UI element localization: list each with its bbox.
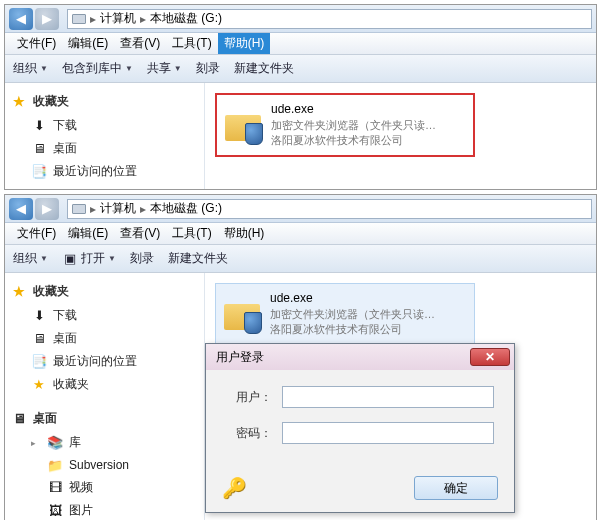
- toolbar: 组织▼ 包含到库中▼ 共享▼ 刻录 新建文件夹: [5, 55, 596, 83]
- chevron-right-icon: ▸: [90, 12, 96, 26]
- toolbar-organize[interactable]: 组织▼: [13, 60, 48, 77]
- toolbar-share[interactable]: 共享▼: [147, 60, 182, 77]
- file-icon: [223, 105, 263, 145]
- file-desc: 加密文件夹浏览器（文件夹只读…: [271, 118, 436, 133]
- shield-icon: [244, 312, 262, 334]
- file-company: 洛阳夏冰软件技术有限公司: [271, 133, 436, 148]
- sidebar-item-recent[interactable]: 📑最近访问的位置: [9, 350, 200, 373]
- back-button[interactable]: ◀: [9, 8, 33, 30]
- sidebar: ★收藏夹 ⬇下载 🖥桌面 📑最近访问的位置: [5, 83, 205, 189]
- open-icon: ▣: [62, 251, 78, 267]
- sidebar-item-downloads[interactable]: ⬇下载: [9, 114, 200, 137]
- toolbar-open[interactable]: ▣打开▼: [62, 250, 116, 267]
- desktop-icon: 🖥: [31, 331, 47, 347]
- menu-tools[interactable]: 工具(T): [166, 223, 217, 244]
- library-icon: 📚: [47, 435, 63, 451]
- breadcrumb-drive[interactable]: 本地磁盘 (G:): [150, 10, 222, 27]
- sidebar-item-desktop[interactable]: 🖥桌面: [9, 327, 200, 350]
- menu-help[interactable]: 帮助(H): [218, 223, 271, 244]
- close-button[interactable]: ✕: [470, 348, 510, 366]
- dialog-title: 用户登录: [216, 349, 264, 366]
- explorer-window-2: ◀ ▶ ▸ 计算机 ▸ 本地磁盘 (G:) 文件(F) 编辑(E) 查看(V) …: [4, 194, 597, 520]
- breadcrumb-drive[interactable]: 本地磁盘 (G:): [150, 200, 222, 217]
- desktop-icon: 🖥: [31, 141, 47, 157]
- chevron-right-icon: ▸: [140, 202, 146, 216]
- address-bar[interactable]: ▸ 计算机 ▸ 本地磁盘 (G:): [67, 199, 592, 219]
- video-icon: 🎞: [47, 480, 63, 496]
- picture-icon: 🖼: [47, 503, 63, 519]
- chevron-down-icon: ▼: [174, 64, 182, 73]
- chevron-right-icon: ▸: [90, 202, 96, 216]
- explorer-window-1: ◀ ▶ ▸ 计算机 ▸ 本地磁盘 (G:) 文件(F) 编辑(E) 查看(V) …: [4, 4, 597, 190]
- toolbar-newfolder[interactable]: 新建文件夹: [234, 60, 294, 77]
- user-input[interactable]: [282, 386, 494, 408]
- user-label: 用户：: [226, 389, 272, 406]
- star-icon: ★: [11, 284, 27, 300]
- sidebar-item-favorites[interactable]: ★收藏夹: [9, 373, 200, 396]
- star-icon: ★: [11, 94, 27, 110]
- forward-button[interactable]: ▶: [35, 198, 59, 220]
- file-name: ude.exe: [270, 290, 435, 307]
- sidebar-favorites-header[interactable]: ★收藏夹: [9, 89, 200, 114]
- sidebar-item-desktop[interactable]: 🖥桌面: [9, 137, 200, 160]
- login-dialog: 用户登录 ✕ 用户： 密码： 🔑 确定: [205, 343, 515, 513]
- chevron-down-icon: ▼: [40, 254, 48, 263]
- sidebar-favorites-header[interactable]: ★收藏夹: [9, 279, 200, 304]
- toolbar-organize[interactable]: 组织▼: [13, 250, 48, 267]
- password-label: 密码：: [226, 425, 272, 442]
- toolbar-newfolder[interactable]: 新建文件夹: [168, 250, 228, 267]
- file-icon: [222, 294, 262, 334]
- shield-icon: [245, 123, 263, 145]
- file-company: 洛阳夏冰软件技术有限公司: [270, 322, 435, 337]
- menu-view[interactable]: 查看(V): [114, 223, 166, 244]
- recent-icon: 📑: [31, 354, 47, 370]
- menu-file[interactable]: 文件(F): [11, 223, 62, 244]
- chevron-down-icon: ▼: [125, 64, 133, 73]
- sidebar-item-pictures[interactable]: 🖼图片: [9, 499, 200, 520]
- toolbar-burn[interactable]: 刻录: [130, 250, 154, 267]
- menu-view[interactable]: 查看(V): [114, 33, 166, 54]
- sidebar-item-videos[interactable]: 🎞视频: [9, 476, 200, 499]
- file-name: ude.exe: [271, 101, 436, 118]
- menubar: 文件(F) 编辑(E) 查看(V) 工具(T) 帮助(H): [5, 223, 596, 245]
- key-icon: 🔑: [222, 476, 247, 500]
- forward-button[interactable]: ▶: [35, 8, 59, 30]
- ok-button[interactable]: 确定: [414, 476, 498, 500]
- back-button[interactable]: ◀: [9, 198, 33, 220]
- chevron-down-icon: ▼: [40, 64, 48, 73]
- star-icon: ★: [31, 377, 47, 393]
- sidebar-item-library[interactable]: ▸📚库: [9, 431, 200, 454]
- password-input[interactable]: [282, 422, 494, 444]
- menu-help[interactable]: 帮助(H): [218, 33, 271, 54]
- sidebar-item-subversion[interactable]: 📁Subversion: [9, 454, 200, 476]
- file-item-ude[interactable]: ude.exe 加密文件夹浏览器（文件夹只读… 洛阳夏冰软件技术有限公司: [215, 93, 475, 157]
- breadcrumb-computer[interactable]: 计算机: [100, 200, 136, 217]
- close-icon: ✕: [485, 350, 495, 364]
- sidebar-item-downloads[interactable]: ⬇下载: [9, 304, 200, 327]
- chevron-down-icon: ▼: [108, 254, 116, 263]
- toolbar-burn[interactable]: 刻录: [196, 60, 220, 77]
- address-bar[interactable]: ▸ 计算机 ▸ 本地磁盘 (G:): [67, 9, 592, 29]
- file-item-ude[interactable]: ude.exe 加密文件夹浏览器（文件夹只读… 洛阳夏冰软件技术有限公司: [215, 283, 475, 345]
- sidebar-item-recent[interactable]: 📑最近访问的位置: [9, 160, 200, 183]
- titlebar: ◀ ▶ ▸ 计算机 ▸ 本地磁盘 (G:): [5, 195, 596, 223]
- breadcrumb-computer[interactable]: 计算机: [100, 10, 136, 27]
- menu-edit[interactable]: 编辑(E): [62, 223, 114, 244]
- folder-icon: 📁: [47, 457, 63, 473]
- caret-icon: ▸: [31, 438, 41, 448]
- desktop-icon: 🖥: [11, 411, 27, 427]
- file-pane: ude.exe 加密文件夹浏览器（文件夹只读… 洛阳夏冰软件技术有限公司: [205, 83, 596, 189]
- download-icon: ⬇: [31, 308, 47, 324]
- drive-icon: [72, 204, 86, 214]
- sidebar-desktop-header[interactable]: 🖥桌面: [9, 406, 200, 431]
- menu-edit[interactable]: 编辑(E): [62, 33, 114, 54]
- toolbar: 组织▼ ▣打开▼ 刻录 新建文件夹: [5, 245, 596, 273]
- file-desc: 加密文件夹浏览器（文件夹只读…: [270, 307, 435, 322]
- file-pane: ude.exe 加密文件夹浏览器（文件夹只读… 洛阳夏冰软件技术有限公司 用户登…: [205, 273, 596, 520]
- sidebar: ★收藏夹 ⬇下载 🖥桌面 📑最近访问的位置 ★收藏夹 🖥桌面 ▸📚库 📁Subv…: [5, 273, 205, 520]
- toolbar-include[interactable]: 包含到库中▼: [62, 60, 133, 77]
- titlebar: ◀ ▶ ▸ 计算机 ▸ 本地磁盘 (G:): [5, 5, 596, 33]
- menubar: 文件(F) 编辑(E) 查看(V) 工具(T) 帮助(H): [5, 33, 596, 55]
- menu-file[interactable]: 文件(F): [11, 33, 62, 54]
- menu-tools[interactable]: 工具(T): [166, 33, 217, 54]
